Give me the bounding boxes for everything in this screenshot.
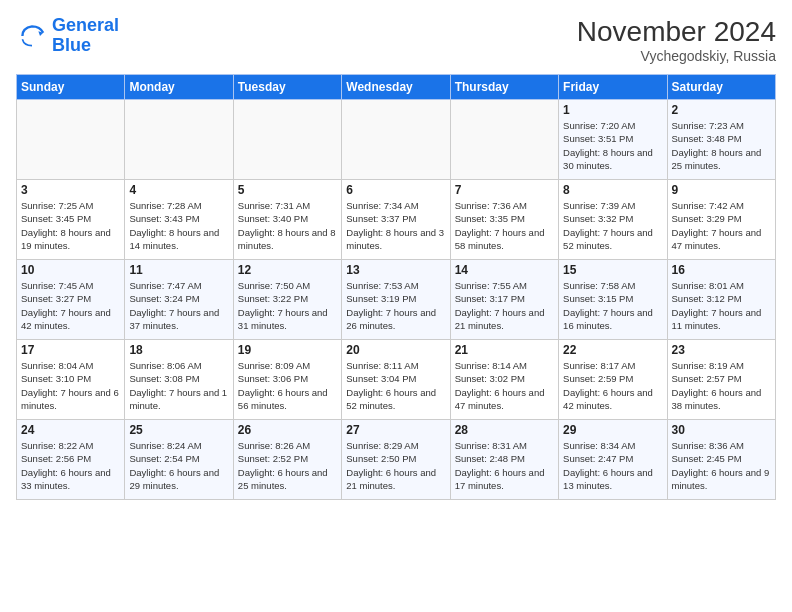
cell-1-1: 4Sunrise: 7:28 AM Sunset: 3:43 PM Daylig…	[125, 180, 233, 260]
day-info-0-5: Sunrise: 7:20 AM Sunset: 3:51 PM Dayligh…	[563, 119, 662, 172]
day-number-2-3: 13	[346, 263, 445, 277]
col-thursday: Thursday	[450, 75, 558, 100]
cell-2-3: 13Sunrise: 7:53 AM Sunset: 3:19 PM Dayli…	[342, 260, 450, 340]
day-info-3-4: Sunrise: 8:14 AM Sunset: 3:02 PM Dayligh…	[455, 359, 554, 412]
day-info-3-2: Sunrise: 8:09 AM Sunset: 3:06 PM Dayligh…	[238, 359, 337, 412]
day-number-1-2: 5	[238, 183, 337, 197]
month-title: November 2024	[577, 16, 776, 48]
cell-4-0: 24Sunrise: 8:22 AM Sunset: 2:56 PM Dayli…	[17, 420, 125, 500]
cell-4-4: 28Sunrise: 8:31 AM Sunset: 2:48 PM Dayli…	[450, 420, 558, 500]
title-block: November 2024 Vychegodskiy, Russia	[577, 16, 776, 64]
day-info-2-1: Sunrise: 7:47 AM Sunset: 3:24 PM Dayligh…	[129, 279, 228, 332]
cell-1-3: 6Sunrise: 7:34 AM Sunset: 3:37 PM Daylig…	[342, 180, 450, 260]
day-info-2-6: Sunrise: 8:01 AM Sunset: 3:12 PM Dayligh…	[672, 279, 771, 332]
day-number-1-4: 7	[455, 183, 554, 197]
cell-2-4: 14Sunrise: 7:55 AM Sunset: 3:17 PM Dayli…	[450, 260, 558, 340]
cell-2-6: 16Sunrise: 8:01 AM Sunset: 3:12 PM Dayli…	[667, 260, 775, 340]
cell-3-2: 19Sunrise: 8:09 AM Sunset: 3:06 PM Dayli…	[233, 340, 341, 420]
calendar-header-row: Sunday Monday Tuesday Wednesday Thursday…	[17, 75, 776, 100]
day-info-1-3: Sunrise: 7:34 AM Sunset: 3:37 PM Dayligh…	[346, 199, 445, 252]
cell-1-6: 9Sunrise: 7:42 AM Sunset: 3:29 PM Daylig…	[667, 180, 775, 260]
day-number-3-5: 22	[563, 343, 662, 357]
week-row-3: 17Sunrise: 8:04 AM Sunset: 3:10 PM Dayli…	[17, 340, 776, 420]
logo-general: General	[52, 15, 119, 35]
day-info-1-4: Sunrise: 7:36 AM Sunset: 3:35 PM Dayligh…	[455, 199, 554, 252]
cell-3-3: 20Sunrise: 8:11 AM Sunset: 3:04 PM Dayli…	[342, 340, 450, 420]
cell-4-6: 30Sunrise: 8:36 AM Sunset: 2:45 PM Dayli…	[667, 420, 775, 500]
day-info-1-0: Sunrise: 7:25 AM Sunset: 3:45 PM Dayligh…	[21, 199, 120, 252]
cell-2-2: 12Sunrise: 7:50 AM Sunset: 3:22 PM Dayli…	[233, 260, 341, 340]
col-monday: Monday	[125, 75, 233, 100]
day-number-2-2: 12	[238, 263, 337, 277]
day-info-3-5: Sunrise: 8:17 AM Sunset: 2:59 PM Dayligh…	[563, 359, 662, 412]
cell-0-1	[125, 100, 233, 180]
page: General Blue November 2024 Vychegodskiy,…	[0, 0, 792, 612]
cell-1-4: 7Sunrise: 7:36 AM Sunset: 3:35 PM Daylig…	[450, 180, 558, 260]
day-number-4-1: 25	[129, 423, 228, 437]
col-tuesday: Tuesday	[233, 75, 341, 100]
cell-1-0: 3Sunrise: 7:25 AM Sunset: 3:45 PM Daylig…	[17, 180, 125, 260]
day-number-0-6: 2	[672, 103, 771, 117]
day-number-4-3: 27	[346, 423, 445, 437]
week-row-0: 1Sunrise: 7:20 AM Sunset: 3:51 PM Daylig…	[17, 100, 776, 180]
col-saturday: Saturday	[667, 75, 775, 100]
day-info-1-5: Sunrise: 7:39 AM Sunset: 3:32 PM Dayligh…	[563, 199, 662, 252]
day-number-2-0: 10	[21, 263, 120, 277]
col-sunday: Sunday	[17, 75, 125, 100]
cell-0-5: 1Sunrise: 7:20 AM Sunset: 3:51 PM Daylig…	[559, 100, 667, 180]
cell-1-5: 8Sunrise: 7:39 AM Sunset: 3:32 PM Daylig…	[559, 180, 667, 260]
cell-4-5: 29Sunrise: 8:34 AM Sunset: 2:47 PM Dayli…	[559, 420, 667, 500]
day-number-1-1: 4	[129, 183, 228, 197]
day-number-2-1: 11	[129, 263, 228, 277]
day-number-1-3: 6	[346, 183, 445, 197]
cell-0-3	[342, 100, 450, 180]
day-info-2-3: Sunrise: 7:53 AM Sunset: 3:19 PM Dayligh…	[346, 279, 445, 332]
day-info-4-5: Sunrise: 8:34 AM Sunset: 2:47 PM Dayligh…	[563, 439, 662, 492]
day-info-4-0: Sunrise: 8:22 AM Sunset: 2:56 PM Dayligh…	[21, 439, 120, 492]
day-info-2-2: Sunrise: 7:50 AM Sunset: 3:22 PM Dayligh…	[238, 279, 337, 332]
cell-3-0: 17Sunrise: 8:04 AM Sunset: 3:10 PM Dayli…	[17, 340, 125, 420]
col-friday: Friday	[559, 75, 667, 100]
day-number-1-5: 8	[563, 183, 662, 197]
location-subtitle: Vychegodskiy, Russia	[577, 48, 776, 64]
day-number-4-4: 28	[455, 423, 554, 437]
day-number-3-0: 17	[21, 343, 120, 357]
cell-3-6: 23Sunrise: 8:19 AM Sunset: 2:57 PM Dayli…	[667, 340, 775, 420]
cell-0-0	[17, 100, 125, 180]
day-info-2-4: Sunrise: 7:55 AM Sunset: 3:17 PM Dayligh…	[455, 279, 554, 332]
day-number-1-6: 9	[672, 183, 771, 197]
day-number-2-6: 16	[672, 263, 771, 277]
logo: General Blue	[16, 16, 119, 56]
cell-4-2: 26Sunrise: 8:26 AM Sunset: 2:52 PM Dayli…	[233, 420, 341, 500]
day-number-4-2: 26	[238, 423, 337, 437]
day-number-4-6: 30	[672, 423, 771, 437]
col-wednesday: Wednesday	[342, 75, 450, 100]
day-number-1-0: 3	[21, 183, 120, 197]
day-info-2-0: Sunrise: 7:45 AM Sunset: 3:27 PM Dayligh…	[21, 279, 120, 332]
header: General Blue November 2024 Vychegodskiy,…	[16, 16, 776, 64]
cell-0-6: 2Sunrise: 7:23 AM Sunset: 3:48 PM Daylig…	[667, 100, 775, 180]
logo-icon	[16, 20, 48, 52]
day-number-3-1: 18	[129, 343, 228, 357]
cell-0-4	[450, 100, 558, 180]
day-info-3-1: Sunrise: 8:06 AM Sunset: 3:08 PM Dayligh…	[129, 359, 228, 412]
day-number-3-3: 20	[346, 343, 445, 357]
week-row-1: 3Sunrise: 7:25 AM Sunset: 3:45 PM Daylig…	[17, 180, 776, 260]
day-number-2-5: 15	[563, 263, 662, 277]
cell-3-5: 22Sunrise: 8:17 AM Sunset: 2:59 PM Dayli…	[559, 340, 667, 420]
day-info-3-6: Sunrise: 8:19 AM Sunset: 2:57 PM Dayligh…	[672, 359, 771, 412]
week-row-4: 24Sunrise: 8:22 AM Sunset: 2:56 PM Dayli…	[17, 420, 776, 500]
cell-2-1: 11Sunrise: 7:47 AM Sunset: 3:24 PM Dayli…	[125, 260, 233, 340]
day-number-0-5: 1	[563, 103, 662, 117]
day-info-2-5: Sunrise: 7:58 AM Sunset: 3:15 PM Dayligh…	[563, 279, 662, 332]
day-info-4-2: Sunrise: 8:26 AM Sunset: 2:52 PM Dayligh…	[238, 439, 337, 492]
cell-2-5: 15Sunrise: 7:58 AM Sunset: 3:15 PM Dayli…	[559, 260, 667, 340]
day-info-4-1: Sunrise: 8:24 AM Sunset: 2:54 PM Dayligh…	[129, 439, 228, 492]
day-number-4-0: 24	[21, 423, 120, 437]
cell-4-3: 27Sunrise: 8:29 AM Sunset: 2:50 PM Dayli…	[342, 420, 450, 500]
day-info-4-4: Sunrise: 8:31 AM Sunset: 2:48 PM Dayligh…	[455, 439, 554, 492]
calendar: Sunday Monday Tuesday Wednesday Thursday…	[16, 74, 776, 500]
day-number-3-4: 21	[455, 343, 554, 357]
day-number-2-4: 14	[455, 263, 554, 277]
cell-1-2: 5Sunrise: 7:31 AM Sunset: 3:40 PM Daylig…	[233, 180, 341, 260]
